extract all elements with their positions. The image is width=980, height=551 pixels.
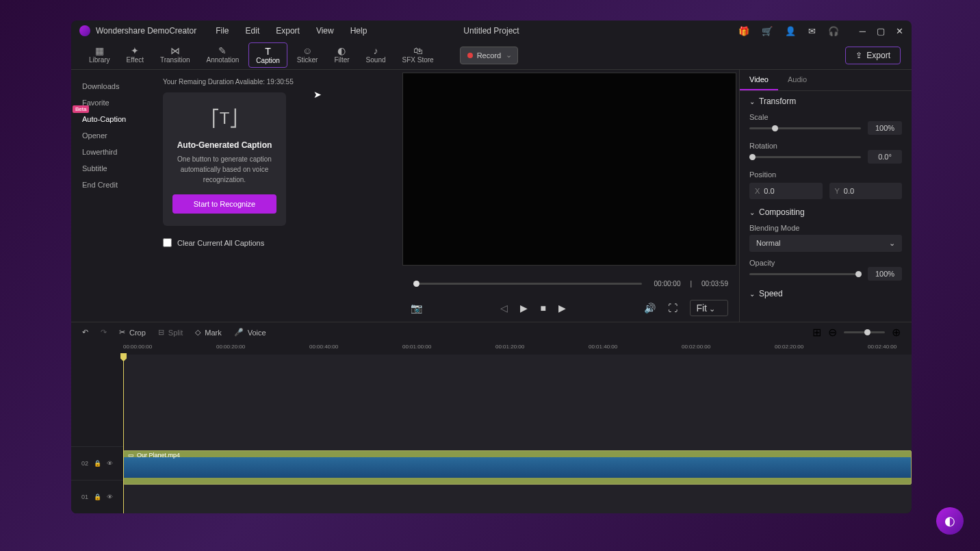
zoom-out-icon[interactable]: ⊖ — [828, 326, 837, 339]
auto-fit-icon[interactable]: ⊞ — [812, 326, 821, 339]
fullscreen-icon[interactable]: ⛶ — [668, 303, 678, 313]
caption-nav-opener[interactable]: Opener — [71, 127, 149, 144]
rotation-value[interactable]: 0.0° — [868, 150, 902, 164]
eye-icon[interactable]: 👁 — [107, 460, 113, 467]
speed-heading[interactable]: Speed — [749, 289, 902, 298]
menu-file[interactable]: File — [216, 26, 229, 36]
caption-nav-auto-caption[interactable]: Auto-CaptionBeta — [71, 111, 149, 127]
opacity-slider[interactable] — [749, 273, 861, 275]
stop-icon[interactable]: ■ — [540, 303, 545, 313]
caption-nav-lowerthird[interactable]: Lowerthird — [71, 144, 149, 160]
ribbon-tab-sound[interactable]: ♪Sound — [359, 42, 393, 68]
zoom-in-icon[interactable]: ⊕ — [892, 326, 901, 339]
ribbon-tab-effect[interactable]: ✦Effect — [120, 42, 151, 68]
menu-edit[interactable]: Edit — [246, 26, 260, 36]
export-button[interactable]: ⇪Export — [845, 47, 901, 64]
compositing-heading[interactable]: Compositing — [749, 207, 902, 217]
caption-nav-subtitle[interactable]: Subtitle — [71, 160, 149, 177]
blend-mode-select[interactable]: Normal⌄ — [749, 235, 902, 252]
track-header-2[interactable]: 02🔒👁 — [71, 446, 123, 480]
ribbon-tab-transition[interactable]: ⋈Transition — [153, 42, 197, 68]
tab-video[interactable]: Video — [740, 70, 778, 90]
clear-captions-checkbox[interactable]: Clear Current All Captions — [163, 238, 386, 247]
timeline-toolbar: ↶ ↷ ✂ Crop ⊟ Split ◇ Mark 🎤 Voice ⊞ ⊖ ⊕ — [71, 322, 912, 342]
menu-help[interactable]: Help — [350, 26, 368, 36]
help-fab[interactable]: ◐ — [936, 507, 964, 535]
split-button[interactable]: ⊟ Split — [158, 328, 183, 337]
preview-progress[interactable] — [413, 283, 642, 285]
current-time: 00:00:00 — [654, 280, 681, 287]
clip-icon: ▭ — [128, 452, 134, 459]
ribbon-tab-sfx store[interactable]: 🛍SFX Store — [396, 42, 441, 68]
timeline-ruler[interactable]: 00:00:00:0000:00:20:0000:00:40:0000:01:0… — [123, 342, 912, 355]
mail-icon[interactable]: ✉ — [808, 26, 816, 36]
rotation-slider[interactable] — [749, 156, 861, 158]
menu-bar: File Edit Export View Help — [216, 26, 367, 36]
cart-icon[interactable]: 🛒 — [762, 26, 773, 36]
titlebar: Wondershare DemoCreator File Edit Export… — [71, 21, 912, 41]
fit-select[interactable]: Fit ⌄ — [690, 300, 728, 316]
caption-card-title: Auto-Generated Caption — [172, 140, 276, 150]
scale-value[interactable]: 100% — [868, 121, 902, 135]
caption-nav-end-credit[interactable]: End Credit — [71, 177, 149, 193]
mark-button[interactable]: ◇ Mark — [195, 328, 221, 337]
app-logo — [79, 25, 90, 36]
menu-view[interactable]: View — [316, 26, 334, 36]
position-y[interactable]: Y0.0 — [829, 183, 903, 199]
snapshot-icon[interactable]: 📷 — [411, 303, 422, 313]
minimize-button[interactable]: ─ — [860, 26, 866, 36]
track-header-1[interactable]: 01🔒👁 — [71, 480, 123, 513]
volume-icon[interactable]: 🔊 — [644, 303, 656, 313]
record-button[interactable]: Record — [460, 47, 518, 64]
playhead[interactable] — [123, 355, 124, 513]
maximize-button[interactable]: ▢ — [877, 26, 885, 36]
ribbon: ▦Library✦Effect⋈Transition✎AnnotationTCa… — [71, 41, 912, 70]
gift-icon[interactable]: 🎁 — [738, 26, 749, 36]
ribbon-tab-sticker[interactable]: ☺Sticker — [290, 42, 325, 68]
redo-icon[interactable]: ↷ — [101, 328, 107, 337]
video-clip[interactable]: ▭Our Planet.mp4 — [123, 450, 912, 485]
lock-icon[interactable]: 🔒 — [94, 460, 101, 467]
ribbon-tab-library[interactable]: ▦Library — [82, 42, 117, 68]
position-x[interactable]: X0.0 — [749, 183, 823, 199]
ribbon-tab-annotation[interactable]: ✎Annotation — [200, 42, 246, 68]
close-button[interactable]: ✕ — [896, 26, 903, 36]
start-recognize-button[interactable]: Start to Recognize — [172, 194, 276, 214]
timeline-area[interactable]: ▭Our Planet.mp4 — [123, 355, 912, 513]
export-icon: ⇪ — [855, 51, 862, 60]
clear-captions-input[interactable] — [163, 238, 172, 247]
voice-button[interactable]: 🎤 Voice — [234, 328, 266, 337]
user-icon[interactable]: 👤 — [785, 26, 796, 36]
scale-slider[interactable] — [749, 127, 861, 129]
transform-heading[interactable]: Transform — [749, 97, 902, 106]
caption-nav-downloads[interactable]: Downloads — [71, 78, 149, 94]
play-icon[interactable]: ▶ — [520, 303, 528, 313]
tab-audio[interactable]: Audio — [778, 70, 816, 90]
headset-icon[interactable]: 🎧 — [828, 26, 839, 36]
app-name: Wondershare DemoCreator — [96, 26, 196, 36]
project-title: Untitled Project — [463, 26, 519, 36]
undo-icon[interactable]: ↶ — [82, 328, 88, 337]
zoom-slider[interactable] — [844, 331, 885, 333]
crop-button[interactable]: ✂ Crop — [119, 328, 146, 337]
ribbon-tab-filter[interactable]: ◐Filter — [327, 42, 356, 68]
video-preview[interactable] — [402, 73, 736, 266]
caption-icon: ⎡T⎦ — [211, 105, 238, 132]
ribbon-tab-caption[interactable]: TCaption — [248, 42, 287, 68]
prev-frame-icon[interactable]: ◁ — [500, 303, 508, 313]
caption-card-desc: One button to generate caption automatic… — [172, 154, 276, 185]
caption-sidebar: DownloadsFavoriteAuto-CaptionBetaOpenerL… — [71, 70, 149, 322]
next-frame-icon[interactable]: ▶ — [558, 303, 566, 313]
remaining-duration: Your Remaing Duration Avaliable: 19:30:5… — [163, 78, 386, 86]
lock-icon[interactable]: 🔒 — [94, 494, 101, 500]
opacity-value[interactable]: 100% — [868, 267, 902, 281]
auto-caption-card: ⎡T⎦ Auto-Generated Caption One button to… — [163, 92, 286, 226]
menu-export[interactable]: Export — [276, 26, 300, 36]
total-time: 00:03:59 — [701, 280, 728, 287]
eye-icon[interactable]: 👁 — [107, 494, 113, 500]
